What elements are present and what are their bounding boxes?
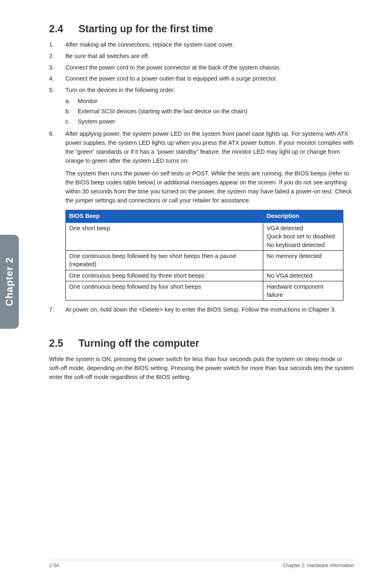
- table-header: BIOS Beep: [66, 210, 263, 223]
- table-cell: One short beep: [66, 223, 263, 251]
- list-item: b. External SCSI devices (starting with …: [65, 107, 354, 116]
- section-2-4-number: 2.4: [49, 23, 78, 35]
- section-2-4-steps: 1. After making all the connections, rep…: [49, 40, 354, 314]
- table-cell: VGA detectedQuick boot set to disabledNo…: [263, 223, 343, 251]
- step-paragraph-2: The system then runs the power-on self t…: [65, 169, 354, 205]
- step-text: Turn on the devices in the following ord…: [65, 86, 354, 95]
- step-text: After making all the connections, replac…: [65, 40, 354, 49]
- table-cell: One continuous beep followed by two shor…: [66, 250, 263, 270]
- step-marker: 3.: [49, 63, 65, 72]
- list-item: 3. Connect the power cord to the power c…: [49, 63, 354, 72]
- table-cell: One continuous beep followed by three sh…: [66, 270, 263, 281]
- section-2-5-body: While the system is ON, pressing the pow…: [49, 355, 354, 382]
- list-item: 7. At power on, hold down the <Delete> k…: [49, 305, 354, 314]
- list-item: c. System power: [65, 117, 354, 126]
- step-marker: 5.: [49, 86, 65, 127]
- step-text: At power on, hold down the <Delete> key …: [65, 305, 354, 314]
- table-cell: No memory detected: [263, 250, 343, 270]
- section-2-5-title: Turning off the computer: [78, 337, 199, 349]
- table-row: One continuous beep followed by two shor…: [66, 250, 343, 270]
- table-row: One short beep VGA detectedQuick boot se…: [66, 223, 343, 251]
- step-text: After applying power, the system power L…: [65, 130, 354, 165]
- chapter-side-tab: Chapter 2: [0, 235, 19, 329]
- list-item: 4. Connect the power cord to a power out…: [49, 74, 354, 83]
- substep-marker: c.: [65, 117, 78, 126]
- table-row: One continuous beep followed by three sh…: [66, 270, 343, 281]
- section-2-4-title: Starting up for the first time: [78, 23, 213, 34]
- step-text: Connect the power cord to a power outlet…: [65, 74, 354, 83]
- step-marker: 6.: [49, 130, 65, 301]
- chapter-tab-label: Chapter 2: [4, 257, 15, 306]
- footer-page-number: 2-54: [49, 563, 59, 568]
- table-cell: No VGA detected: [263, 270, 343, 281]
- list-item: 2. Be sure that all switches are off.: [49, 52, 354, 61]
- step-text: Be sure that all switches are off.: [65, 52, 354, 61]
- substep-marker: a.: [65, 97, 78, 106]
- footer-chapter-label: Chapter 2: Hardware information: [283, 563, 354, 568]
- substep-text: External SCSI devices (starting with the…: [78, 107, 354, 116]
- list-item: 5. Turn on the devices in the following …: [49, 86, 354, 127]
- table-cell: Hardware component failure: [263, 281, 343, 301]
- section-2-4-heading: 2.4Starting up for the first time: [49, 23, 354, 35]
- substep-text: Monitor: [78, 97, 354, 106]
- list-item: 6. After applying power, the system powe…: [49, 130, 354, 301]
- step-marker: 7.: [49, 305, 65, 314]
- list-item: 1. After making all the connections, rep…: [49, 40, 354, 49]
- table-row: One continuous beep followed by four sho…: [66, 281, 343, 301]
- substep-marker: b.: [65, 107, 78, 116]
- list-item: a. Monitor: [65, 97, 354, 106]
- table-header: Description: [263, 210, 343, 223]
- step-text: Connect the power cord to the power conn…: [65, 63, 354, 72]
- section-2-5-number: 2.5: [49, 337, 78, 349]
- step-marker: 4.: [49, 74, 65, 83]
- substep-text: System power: [78, 117, 354, 126]
- table-cell: One continuous beep followed by four sho…: [66, 281, 263, 301]
- page-footer: 2-54 Chapter 2: Hardware information: [49, 560, 354, 568]
- section-2-5-heading: 2.5Turning off the computer: [49, 337, 354, 349]
- step-marker: 1.: [49, 40, 65, 49]
- substep-list: a. Monitor b. External SCSI devices (sta…: [65, 97, 354, 127]
- bios-beep-table: BIOS Beep Description One short beep VGA…: [65, 210, 343, 301]
- step-marker: 2.: [49, 52, 65, 61]
